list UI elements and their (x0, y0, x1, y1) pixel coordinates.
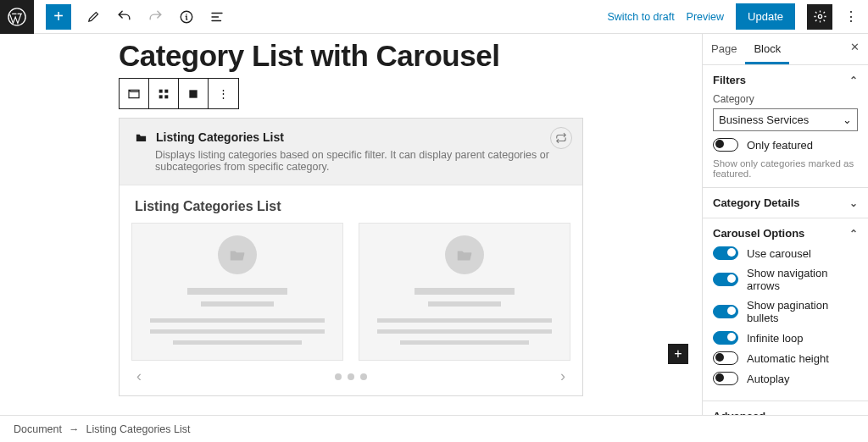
add-block-button[interactable]: + (46, 4, 71, 30)
svg-rect-6 (164, 95, 168, 98)
show-bullets-toggle[interactable] (713, 305, 738, 318)
use-carousel-label: Use carousel (747, 247, 811, 260)
show-arrows-label: Show navigation arrows (747, 267, 858, 292)
add-block-inline-button[interactable]: + (668, 344, 688, 364)
only-featured-hint: Show only categories marked as featured. (713, 158, 858, 179)
autoplay-toggle[interactable] (713, 372, 738, 385)
more-options-icon[interactable]: ⋮ (844, 8, 858, 25)
switch-to-draft-link[interactable]: Switch to draft (607, 11, 674, 23)
chevron-up-icon: ⌃ (849, 75, 858, 86)
outline-icon[interactable] (209, 9, 225, 25)
only-featured-toggle[interactable] (713, 138, 738, 152)
breadcrumb: Document → Listing Categories List (0, 415, 868, 442)
tab-page[interactable]: Page (703, 34, 745, 64)
block-more-icon[interactable]: ⋮ (209, 79, 238, 108)
block-header: Listing Categories List Displays listing… (120, 119, 582, 185)
panel-carousel-toggle[interactable]: Carousel Options⌃ (713, 227, 858, 240)
block-toolbar: ⋮ (119, 78, 239, 109)
edit-icon[interactable] (86, 9, 101, 24)
folder-open-icon (218, 235, 257, 274)
breadcrumb-current[interactable]: Listing Categories List (86, 423, 190, 435)
settings-button[interactable] (807, 4, 832, 30)
panel-category-details-toggle[interactable]: Category Details⌄ (713, 196, 858, 209)
tab-block[interactable]: Block (745, 34, 789, 64)
block-type-icon[interactable] (120, 79, 149, 108)
redo-icon[interactable] (147, 8, 164, 25)
update-button[interactable]: Update (736, 3, 795, 30)
undo-icon[interactable] (116, 8, 132, 25)
infinite-loop-toggle[interactable] (713, 331, 738, 345)
svg-rect-4 (164, 89, 168, 92)
carousel-next-arrow[interactable]: › (560, 367, 565, 385)
chevron-up-icon: ⌃ (849, 228, 858, 240)
show-arrows-toggle[interactable] (713, 273, 738, 286)
top-toolbar: + Switch to draft Preview Update ⋮ (0, 0, 868, 34)
layout-full-icon[interactable] (179, 79, 209, 108)
show-bullets-label: Show pagination bullets (747, 299, 858, 324)
breadcrumb-root[interactable]: Document (14, 423, 62, 435)
block-name: Listing Categories List (156, 130, 284, 144)
page-title[interactable]: Category List with Carousel (119, 39, 702, 73)
auto-height-label: Automatic height (747, 352, 829, 365)
chevron-down-icon: ⌄ (843, 113, 852, 126)
only-featured-label: Only featured (747, 139, 813, 152)
category-select[interactable]: Business Services⌄ (713, 108, 858, 131)
category-card-placeholder (359, 223, 570, 361)
wordpress-logo[interactable] (0, 0, 34, 34)
auto-height-toggle[interactable] (713, 351, 738, 365)
carousel-pagination[interactable] (335, 373, 367, 380)
infinite-loop-label: Infinite loop (747, 332, 804, 345)
folder-icon (135, 131, 147, 144)
loop-icon[interactable] (550, 127, 572, 149)
layout-grid-icon[interactable] (149, 79, 179, 108)
svg-rect-7 (189, 90, 197, 97)
panel-filters-toggle[interactable]: Filters⌃ (713, 74, 858, 86)
editor-canvas: Category List with Carousel ⋮ Listing Ca… (0, 34, 702, 415)
settings-sidebar: Page Block ✕ Filters⌃ Category Business … (702, 34, 868, 415)
breadcrumb-separator: → (69, 423, 80, 435)
autoplay-label: Autoplay (747, 373, 790, 385)
category-card-placeholder (131, 223, 343, 361)
use-carousel-toggle[interactable] (713, 246, 738, 260)
svg-rect-3 (159, 89, 163, 92)
carousel-prev-arrow[interactable]: ‹ (136, 367, 142, 385)
svg-rect-5 (159, 95, 163, 98)
close-sidebar-icon[interactable]: ✕ (842, 34, 868, 64)
block-description: Displays listing categories based on spe… (155, 149, 567, 173)
listing-categories-block[interactable]: Listing Categories List Displays listing… (119, 118, 583, 396)
block-body-title: Listing Categories List (135, 199, 570, 214)
svg-point-2 (818, 14, 821, 18)
chevron-down-icon: ⌄ (849, 197, 858, 209)
category-label: Category (713, 93, 858, 105)
info-icon[interactable] (179, 9, 194, 25)
preview-link[interactable]: Preview (687, 11, 724, 23)
folder-open-icon (445, 235, 484, 274)
